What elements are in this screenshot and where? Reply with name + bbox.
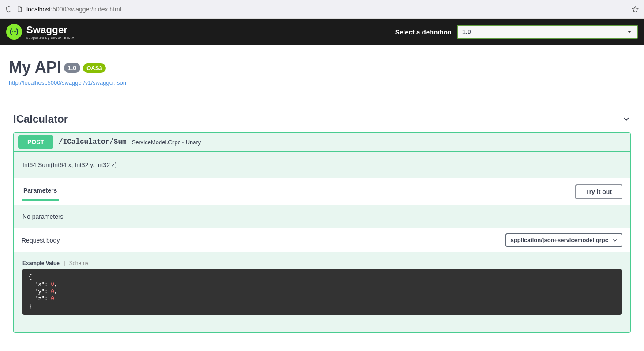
svg-point-3 bbox=[15, 31, 16, 32]
brand-name: Swagger bbox=[26, 24, 67, 35]
section-title: ICalculator bbox=[13, 113, 68, 125]
tab-parameters[interactable]: Parameters bbox=[22, 183, 59, 201]
oas-badge: OAS3 bbox=[83, 63, 105, 73]
definition-select[interactable]: 1.0 bbox=[457, 25, 638, 39]
operation-summary-text: ServiceModel.Grpc - Unary bbox=[132, 139, 201, 146]
example-schema-tabs: Example Value | Schema bbox=[22, 260, 622, 266]
swagger-topbar: Swagger supported by SMARTBEAR Select a … bbox=[0, 19, 644, 45]
browser-url-bar[interactable]: localhost:5000/swagger/index.html bbox=[0, 0, 644, 19]
http-method-badge: POST bbox=[18, 135, 53, 149]
operation-summary[interactable]: POST /ICalculator/Sum ServiceModel.Grpc … bbox=[14, 133, 630, 152]
document-icon bbox=[16, 6, 23, 13]
brand-subtitle: supported by SMARTBEAR bbox=[26, 36, 75, 40]
swagger-logo-icon bbox=[6, 24, 22, 40]
svg-point-2 bbox=[14, 31, 15, 32]
spec-url-link[interactable]: http://localhost:5000/swagger/v1/swagger… bbox=[9, 79, 126, 86]
parameters-bar: Parameters Try it out bbox=[14, 178, 630, 205]
content-type-select[interactable]: application/json+servicemodel.grpc bbox=[505, 233, 622, 247]
example-code-block[interactable]: { "x": 0, "y": 0, "z": 0 } bbox=[22, 269, 622, 315]
operation-description: Int64 Sum(Int64 x, Int32 y, Int32 z) bbox=[14, 152, 630, 178]
request-body-bar: Request body application/json+servicemod… bbox=[14, 228, 630, 252]
section-toggle-icalculator[interactable]: ICalculator bbox=[13, 113, 631, 127]
api-version-badge: 1.0 bbox=[64, 63, 80, 73]
operation-path: /ICalculator/Sum bbox=[59, 138, 127, 146]
swagger-logo[interactable]: Swagger supported by SMARTBEAR bbox=[6, 24, 75, 40]
chevron-down-icon bbox=[612, 237, 618, 243]
shield-icon bbox=[5, 6, 12, 13]
api-title: My API bbox=[9, 58, 61, 77]
svg-marker-0 bbox=[632, 6, 638, 12]
tab-schema[interactable]: Schema bbox=[69, 260, 89, 266]
request-body-label: Request body bbox=[22, 237, 60, 244]
svg-point-1 bbox=[12, 31, 13, 32]
definition-select-label: Select a definition bbox=[395, 28, 452, 36]
try-it-out-button[interactable]: Try it out bbox=[575, 184, 622, 199]
tab-example-value[interactable]: Example Value bbox=[22, 260, 60, 266]
no-parameters-text: No parameters bbox=[14, 205, 630, 228]
chevron-down-icon bbox=[622, 115, 631, 123]
operation-block-post-sum: POST /ICalculator/Sum ServiceModel.Grpc … bbox=[13, 132, 631, 333]
bookmark-star-icon[interactable] bbox=[632, 6, 639, 13]
url-text[interactable]: localhost:5000/swagger/index.html bbox=[26, 6, 632, 13]
